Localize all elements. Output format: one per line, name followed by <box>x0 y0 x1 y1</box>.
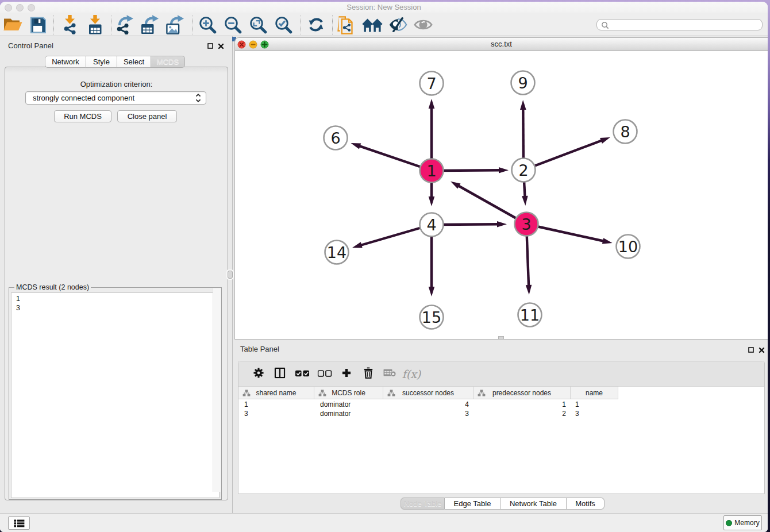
edge-2-8[interactable] <box>523 140 602 170</box>
memory-button[interactable]: Memory <box>723 515 762 530</box>
column-header-MCDS-role[interactable]: MCDS role <box>314 387 383 399</box>
zoom-fit-button[interactable] <box>248 15 268 34</box>
delete-table-button[interactable] <box>383 369 396 379</box>
select-all-columns-button[interactable] <box>295 369 310 379</box>
control-panel-title: Control Panel <box>8 41 53 50</box>
table-row[interactable]: 3dominator323 <box>238 409 764 418</box>
table-cell: 3 <box>383 409 473 418</box>
export-image-button[interactable] <box>164 15 185 34</box>
toolbar-separator <box>111 16 111 34</box>
close-panel-button[interactable]: Close panel <box>117 110 177 122</box>
network-canvas[interactable]: 1234678910111415 <box>235 51 768 340</box>
zoom-selected-button[interactable] <box>273 15 294 34</box>
criterion-select[interactable]: strongly connected component <box>25 91 206 105</box>
tab-node-table[interactable]: Node Table <box>401 498 445 510</box>
table-settings-button[interactable] <box>253 367 264 380</box>
table-body: 1dominator4113dominator323 <box>238 400 764 418</box>
table-cell: 3 <box>238 409 314 418</box>
toolbar-separator <box>53 16 54 34</box>
network-window: scc.txt 1234678910111415 <box>234 37 768 340</box>
first-neighbors-button[interactable] <box>306 15 326 34</box>
graph-node-label: 11 <box>520 306 540 324</box>
network-window-title: scc.txt <box>235 38 768 51</box>
refresh-icon <box>307 16 325 33</box>
tab-network-table[interactable]: Network Table <box>500 498 567 510</box>
mcds-result-list[interactable]: 1 3 <box>11 292 220 498</box>
show-hidden-button[interactable] <box>413 15 433 34</box>
column-header-predecessor-nodes[interactable]: predecessor nodes <box>473 387 571 399</box>
mcds-result-title: MCDS result (2 nodes) <box>14 283 91 291</box>
open-session-button[interactable] <box>2 15 23 34</box>
cytoscape-window: Session: New Session Control Panel Netwo… <box>0 2 768 532</box>
table-cell: dominator <box>314 400 383 409</box>
tab-network[interactable]: Network <box>45 56 86 68</box>
control-panel-close-button[interactable] <box>217 42 225 50</box>
table-cell: 1 <box>571 400 618 409</box>
columns-icon <box>275 367 286 378</box>
show-all-button[interactable] <box>362 15 383 34</box>
tab-edge-table[interactable]: Edge Table <box>445 498 500 510</box>
zoom-fit-icon <box>249 16 267 34</box>
network-window-titlebar[interactable]: scc.txt <box>235 38 768 51</box>
graph-node-label: 8 <box>620 123 630 141</box>
graph-node-label: 2 <box>518 161 528 179</box>
unselect-all-columns-button[interactable] <box>318 369 332 379</box>
criterion-select-value: strongly connected component <box>33 94 134 102</box>
zoom-in-button[interactable] <box>197 15 218 34</box>
export-network-button[interactable] <box>114 15 135 34</box>
copy-network-button[interactable] <box>335 15 356 34</box>
choose-columns-button[interactable] <box>275 367 286 380</box>
export-table-button[interactable] <box>139 15 160 34</box>
column-header-label: predecessor nodes <box>492 389 551 397</box>
memory-status-icon <box>726 520 732 526</box>
table-cell: 3 <box>571 409 618 418</box>
import-table-button[interactable] <box>84 15 105 34</box>
table-row[interactable]: 1dominator411 <box>238 400 764 409</box>
run-mcds-button[interactable]: Run MCDS <box>54 110 111 122</box>
tab-motifs[interactable]: Motifs <box>567 498 605 510</box>
import-network-button[interactable] <box>59 15 80 34</box>
divider-drag-handle[interactable] <box>228 271 233 279</box>
column-header-label: shared name <box>256 389 296 397</box>
save-disk-icon <box>29 17 46 33</box>
table-cell: 1 <box>473 400 571 409</box>
houses-icon <box>362 17 383 32</box>
result-scrollbar[interactable] <box>213 288 221 492</box>
select-stepper-icon <box>195 94 201 102</box>
hierarchy-icon <box>242 390 251 396</box>
delete-columns-button[interactable] <box>363 367 374 381</box>
column-header-name[interactable]: name <box>571 387 618 399</box>
control-panel-float-button[interactable] <box>206 42 214 50</box>
function-builder-button[interactable]: f(x) <box>402 368 421 380</box>
tab-style[interactable]: Style <box>86 56 117 68</box>
edge-arrowhead <box>602 238 613 244</box>
plus-icon <box>342 368 352 377</box>
network-graph[interactable]: 1234678910111415 <box>235 51 766 340</box>
add-column-button[interactable] <box>342 368 352 380</box>
table-header-row: shared nameMCDS rolesuccessor nodesprede… <box>238 387 618 399</box>
tab-mcds[interactable]: MCDS <box>151 56 185 68</box>
graph-node-label: 1 <box>426 162 436 180</box>
save-session-button[interactable] <box>27 15 48 34</box>
zoom-out-button[interactable] <box>222 15 243 34</box>
search-input[interactable] <box>596 19 763 30</box>
tab-select[interactable]: Select <box>117 56 151 68</box>
graph-node-label: 10 <box>618 238 638 256</box>
task-history-button[interactable] <box>8 516 30 530</box>
export-image-icon <box>165 15 184 34</box>
column-header-shared-name[interactable]: shared name <box>238 387 314 399</box>
column-header-successor-nodes[interactable]: successor nodes <box>383 387 473 399</box>
graph-node-label: 7 <box>426 75 436 92</box>
graph-node-label: 14 <box>327 244 346 261</box>
hide-selected-button[interactable] <box>387 15 408 34</box>
import-table-icon <box>87 15 103 34</box>
table-cell: 4 <box>383 400 473 409</box>
zoom-out-icon <box>224 16 242 34</box>
toolbar-separator <box>301 16 301 34</box>
table-panel-float-button[interactable] <box>747 346 755 354</box>
edge-arrowhead <box>451 182 460 189</box>
window-titlebar[interactable]: Session: New Session <box>0 2 768 13</box>
table-panel-close-button[interactable] <box>757 346 765 354</box>
toolbar-separator <box>192 16 193 34</box>
edge-arrowhead <box>520 100 526 110</box>
